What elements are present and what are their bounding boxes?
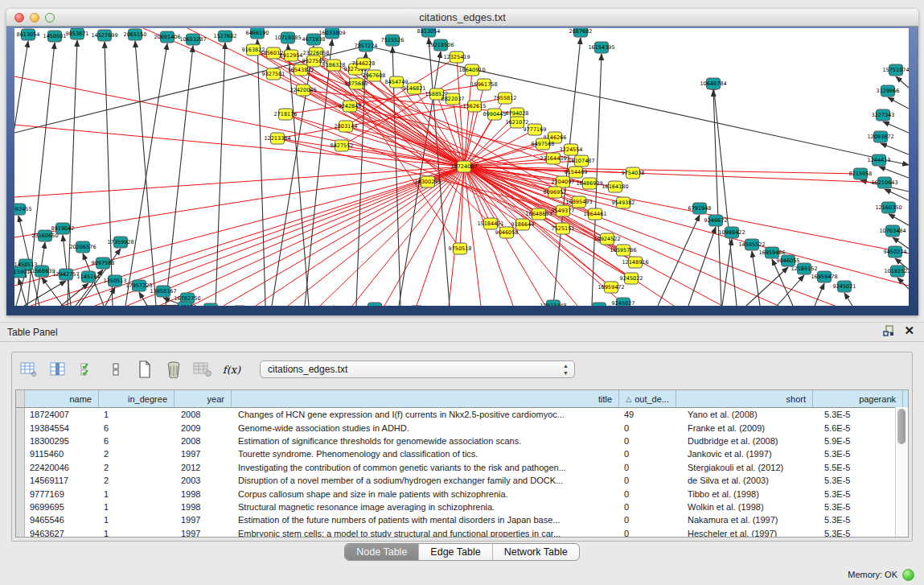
table-cell[interactable]: Nakamura et al. (1997) — [676, 515, 813, 525]
table-cell[interactable]: 0 — [619, 502, 676, 512]
network-node[interactable]: 7857224 — [355, 40, 378, 51]
network-node[interactable]: 16210643 — [871, 177, 897, 188]
tab-edge-table[interactable]: Edge Table — [419, 544, 492, 560]
table-row[interactable]: 1938455462009Genome-wide association stu… — [16, 421, 908, 434]
network-node[interactable]: 9754038 — [622, 167, 645, 179]
network-node[interactable]: 9245027 — [612, 298, 635, 306]
network-node[interactable]: 12942757 — [52, 269, 79, 280]
network-node[interactable]: 8215958 — [849, 168, 873, 179]
table-cell[interactable]: Tourette syndrome. Phenomenology and cla… — [232, 449, 619, 459]
network-node[interactable]: 22420046 — [290, 84, 316, 96]
network-node[interactable]: 2065150 — [124, 29, 147, 40]
table-cell[interactable]: 1 — [99, 529, 175, 538]
table-cell[interactable]: 2 — [99, 476, 175, 485]
table-row[interactable]: 1456911722003Disruption of a novel membe… — [16, 474, 908, 487]
vertical-scrollbar[interactable] — [895, 407, 908, 537]
network-node[interactable]: 9246672 — [704, 215, 728, 226]
table-cell[interactable]: 0 — [619, 529, 676, 538]
table-settings-icon[interactable]: ⚙ — [18, 358, 39, 381]
table-row[interactable]: 946362711997Embryonic stem cells: a mode… — [16, 527, 908, 538]
table-cell[interactable]: 5.3E-5 — [813, 489, 903, 499]
table-cell[interactable]: 22420046 — [25, 463, 99, 472]
table-cell[interactable]: Investigating the contribution of common… — [232, 463, 619, 472]
table-cell[interactable]: 1997 — [175, 449, 232, 459]
table-cell[interactable]: Disruption of a novel member of a sodium… — [232, 476, 619, 485]
network-node[interactable]: 1450501 — [43, 31, 67, 42]
network-node[interactable]: 16107487 — [568, 155, 594, 167]
table-cell[interactable]: Estimation of significance thresholds fo… — [232, 436, 619, 446]
network-node[interactable]: 14569117 — [361, 303, 388, 306]
network-node[interactable]: 10924520 — [197, 303, 224, 306]
table-cell[interactable]: 9699695 — [25, 502, 99, 512]
network-node[interactable]: 14527699 — [91, 30, 117, 41]
network-node[interactable]: 14595522 — [738, 239, 765, 250]
network-node[interactable]: 9853871 — [66, 28, 89, 39]
table-cell[interactable]: 1 — [99, 489, 175, 499]
network-node[interactable]: 9245021 — [833, 281, 856, 292]
table-cell[interactable]: 2008 — [175, 410, 232, 419]
table-cell[interactable]: 0 — [619, 476, 676, 485]
table-column-icon[interactable] — [47, 358, 68, 381]
table-cell[interactable]: 9463627 — [25, 529, 99, 538]
table-cell[interactable]: 0 — [619, 463, 676, 472]
network-node[interactable]: 10924522 — [593, 233, 620, 245]
table-cell[interactable]: 6 — [99, 423, 175, 433]
table-cell[interactable]: 0 — [619, 423, 676, 433]
network-node[interactable]: 2887682 — [569, 28, 593, 37]
table-row[interactable]: 2242004622012Investigating the contribut… — [16, 461, 908, 474]
network-node[interactable]: 20691406 — [154, 31, 180, 43]
network-node[interactable]: 7515526 — [381, 35, 405, 46]
network-node[interactable]: 16961758 — [470, 79, 497, 90]
network-node[interactable]: 16164180 — [602, 181, 628, 192]
table-cell[interactable]: 49 — [619, 410, 676, 419]
network-node[interactable]: 12213384 — [264, 133, 290, 144]
table-row[interactable]: 1830029562008Estimation of significance … — [16, 435, 908, 447]
network-node[interactable]: 16959478 — [811, 271, 837, 282]
network-node[interactable]: 16959472 — [598, 282, 624, 293]
network-node[interactable]: 16486939 — [576, 178, 602, 189]
network-node[interactable]: 16959412 — [585, 303, 612, 306]
network-node[interactable]: 1244413 — [868, 154, 891, 166]
network-node[interactable]: 17359928 — [107, 237, 133, 248]
network-node[interactable]: 20206576 — [69, 241, 96, 253]
table-cell[interactable]: 2 — [99, 449, 175, 459]
table-cell[interactable]: 2003 — [175, 476, 232, 485]
function-icon[interactable]: f(x) — [221, 358, 242, 381]
table-cell[interactable]: de Silva et al. (2003) — [676, 476, 813, 485]
tab-network-table[interactable]: Network Table — [493, 544, 579, 560]
table-cell[interactable]: 0 — [619, 489, 676, 499]
table-cell[interactable]: 5.3E-5 — [813, 515, 903, 525]
table-cell[interactable]: Tibbo et al. (1998) — [676, 489, 813, 499]
table-cell[interactable]: Jankovic et al. (1997) — [676, 449, 813, 459]
table-cell[interactable]: 0 — [619, 515, 676, 525]
row-height-icon[interactable] — [105, 358, 126, 381]
network-node[interactable]: 10648784 — [700, 78, 726, 89]
network-node[interactable]: 9046055 — [777, 255, 800, 266]
table-header-row[interactable]: namein_degreeyeartitle△out_de...shortpag… — [16, 390, 908, 408]
table-cell[interactable]: 1997 — [175, 515, 232, 525]
network-node[interactable]: 10703484 — [879, 225, 906, 237]
memory-status-icon[interactable] — [902, 569, 914, 581]
column-header-short[interactable]: short — [676, 390, 813, 407]
table-cell[interactable]: Yano et al. (2008) — [676, 410, 813, 419]
column-header-pagerank[interactable]: pagerank — [813, 390, 903, 407]
network-node[interactable]: 12923448 — [540, 300, 566, 306]
table-cell[interactable]: 1 — [99, 502, 175, 512]
network-node[interactable]: 12160350 — [875, 202, 901, 213]
table-cell[interactable]: 2 — [99, 463, 175, 472]
network-node[interactable]: 12148916 — [622, 257, 648, 268]
network-node[interactable]: 3227343 — [872, 109, 895, 121]
table-row[interactable]: 946554611997Estimation of the future num… — [16, 513, 908, 526]
network-node[interactable]: 10719185 — [274, 32, 301, 43]
table-cell[interactable]: 5.9E-5 — [813, 436, 903, 446]
network-node[interactable]: 9245022 — [620, 273, 643, 284]
tab-node-table[interactable]: Node Table — [345, 544, 419, 560]
network-node[interactable]: 10992455 — [14, 204, 32, 215]
table-row[interactable]: 1872400712008Changes of HCN gene express… — [16, 408, 908, 421]
network-node[interactable]: 8613054 — [17, 29, 40, 40]
table-cell[interactable]: 5.6E-5 — [813, 423, 903, 433]
table-cell[interactable]: 5.3E-5 — [813, 529, 903, 538]
network-node[interactable]: 9750518 — [449, 243, 472, 254]
table-cell[interactable]: 9115460 — [25, 449, 99, 459]
table-cell[interactable]: 6 — [99, 436, 175, 446]
